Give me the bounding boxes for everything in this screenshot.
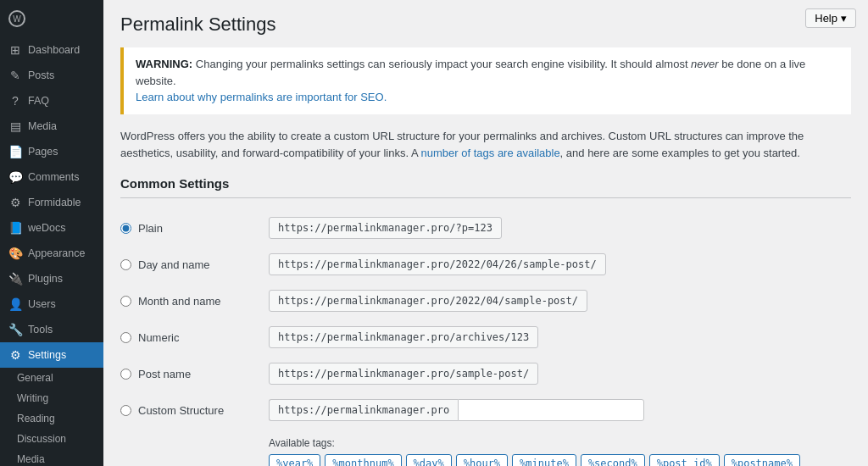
custom-input-row: https://permalinkmanager.pro: [269, 399, 851, 421]
sidebar-sub-media[interactable]: Media: [8, 449, 103, 466]
tag-button[interactable]: %year%: [269, 454, 320, 466]
plain-label: Plain: [120, 222, 269, 235]
day-name-label: Day and name: [120, 258, 269, 271]
pages-icon: 📄: [8, 145, 22, 158]
media-icon: ▤: [8, 119, 22, 133]
post-name-radio[interactable]: [120, 369, 131, 380]
comments-icon: 💬: [8, 170, 22, 184]
numeric-value: https://permalinkmanager.pro/archives/12…: [269, 326, 851, 348]
tag-button[interactable]: %monthnum%: [325, 454, 401, 466]
month-name-label-text[interactable]: Month and name: [138, 295, 221, 308]
plain-label-text[interactable]: Plain: [138, 222, 163, 235]
sidebar-item-faq[interactable]: ? FAQ: [0, 88, 103, 114]
sidebar-item-appearance[interactable]: 🎨 Appearance: [0, 241, 103, 266]
post-name-label: Post name: [120, 368, 269, 380]
warning-heading: WARNING:: [136, 58, 192, 70]
settings-icon: ⚙: [8, 348, 22, 362]
wedocs-icon: 📘: [8, 221, 22, 235]
sidebar-sub-general[interactable]: General: [8, 368, 103, 388]
numeric-label: Numeric: [120, 331, 269, 344]
permalink-option-day-name: Day and name https://permalinkmanager.pr…: [120, 247, 851, 283]
sidebar-item-comments[interactable]: 💬 Comments: [0, 164, 103, 190]
tag-button[interactable]: %day%: [406, 454, 452, 466]
tag-button[interactable]: %postname%: [724, 454, 800, 466]
permalink-option-month-name: Month and name https://permalinkmanager.…: [120, 283, 851, 319]
numeric-url: https://permalinkmanager.pro/archives/12…: [269, 326, 538, 348]
permalink-option-custom: Custom Structure https://permalinkmanage…: [120, 392, 851, 429]
sidebar-item-posts[interactable]: ✎ Posts: [0, 63, 103, 88]
users-icon: 👤: [8, 297, 22, 311]
numeric-label-text[interactable]: Numeric: [138, 331, 179, 344]
intro-link[interactable]: number of tags are available: [421, 147, 560, 159]
tag-button[interactable]: %post_id%: [649, 454, 720, 466]
dashboard-icon: ⊞: [8, 43, 22, 57]
chevron-down-icon: ▾: [841, 12, 847, 25]
warning-text1: Changing your permalinks settings can se…: [196, 58, 691, 70]
tags-label: Available tags:: [269, 437, 851, 449]
posts-icon: ✎: [8, 69, 22, 82]
custom-value: https://permalinkmanager.pro: [269, 399, 851, 421]
tags-container: %year%%monthnum%%day%%hour%%minute%%seco…: [269, 454, 851, 466]
day-name-url: https://permalinkmanager.pro/2022/04/26/…: [269, 253, 606, 275]
main-content: Help ▾ Permalink Settings WARNING: Chang…: [103, 0, 868, 466]
tag-button[interactable]: %minute%: [512, 454, 576, 466]
custom-structure-input[interactable]: [458, 399, 644, 421]
warning-never: never: [691, 58, 719, 70]
post-name-url: https://permalinkmanager.pro/sample-post…: [269, 363, 538, 385]
day-name-radio[interactable]: [120, 259, 131, 270]
sidebar-item-formidable[interactable]: ⚙ Formidable: [0, 190, 103, 215]
svg-text:W: W: [13, 14, 21, 24]
numeric-radio[interactable]: [120, 332, 131, 343]
section-title: Common Settings: [120, 176, 851, 198]
post-name-value: https://permalinkmanager.pro/sample-post…: [269, 363, 851, 385]
month-name-url: https://permalinkmanager.pro/2022/04/sam…: [269, 290, 587, 312]
sidebar-logo: W: [0, 0, 103, 37]
plain-radio[interactable]: [120, 223, 131, 234]
sidebar-item-pages[interactable]: 📄 Pages: [0, 139, 103, 164]
day-name-value: https://permalinkmanager.pro/2022/04/26/…: [269, 253, 851, 275]
appearance-icon: 🎨: [8, 247, 22, 260]
settings-submenu: General Writing Reading Discussion Media…: [0, 368, 103, 466]
plain-value: https://permalinkmanager.pro/?p=123: [269, 217, 851, 239]
sidebar-sub-discussion[interactable]: Discussion: [8, 429, 103, 449]
day-name-label-text[interactable]: Day and name: [138, 258, 210, 271]
page-title: Permalink Settings: [120, 14, 851, 36]
sidebar-sub-reading[interactable]: Reading: [8, 408, 103, 429]
available-tags-section: Available tags: %year%%monthnum%%day%%ho…: [120, 437, 851, 466]
permalink-option-numeric: Numeric https://permalinkmanager.pro/arc…: [120, 319, 851, 356]
month-name-radio[interactable]: [120, 296, 131, 307]
sidebar-item-wedocs[interactable]: 📘 weDocs: [0, 215, 103, 241]
common-settings-section: Common Settings Plain https://permalinkm…: [120, 176, 851, 466]
post-name-label-text[interactable]: Post name: [138, 368, 191, 380]
permalink-option-plain: Plain https://permalinkmanager.pro/?p=12…: [120, 210, 851, 247]
intro-text: WordPress offers you the ability to crea…: [120, 128, 851, 164]
help-button[interactable]: Help ▾: [805, 8, 856, 28]
sidebar-item-dashboard[interactable]: ⊞ Dashboard: [0, 37, 103, 63]
tools-icon: 🔧: [8, 323, 22, 336]
month-name-value: https://permalinkmanager.pro/2022/04/sam…: [269, 290, 851, 312]
sidebar-item-plugins[interactable]: 🔌 Plugins: [0, 266, 103, 291]
plugins-icon: 🔌: [8, 272, 22, 286]
sidebar-item-settings[interactable]: ⚙ Settings: [0, 342, 103, 368]
sidebar-sub-writing[interactable]: Writing: [8, 388, 103, 408]
warning-box: WARNING: Changing your permalinks settin…: [120, 47, 851, 114]
sidebar-item-media[interactable]: ▤ Media: [0, 114, 103, 139]
permalink-option-post-name: Post name https://permalinkmanager.pro/s…: [120, 356, 851, 392]
plain-url: https://permalinkmanager.pro/?p=123: [269, 217, 502, 239]
warning-link[interactable]: Learn about why permalinks are important…: [136, 91, 387, 103]
tag-button[interactable]: %second%: [581, 454, 645, 466]
custom-label-text[interactable]: Custom Structure: [138, 404, 224, 417]
formidable-icon: ⚙: [8, 196, 22, 209]
month-name-label: Month and name: [120, 295, 269, 308]
sidebar: W ⊞ Dashboard ✎ Posts ? FAQ ▤ Media 📄 Pa…: [0, 0, 103, 466]
custom-radio[interactable]: [120, 405, 131, 416]
custom-label: Custom Structure: [120, 404, 269, 417]
sidebar-item-tools[interactable]: 🔧 Tools: [0, 317, 103, 342]
custom-url-prefix: https://permalinkmanager.pro: [269, 399, 458, 421]
faq-icon: ?: [8, 94, 22, 108]
sidebar-item-users[interactable]: 👤 Users: [0, 291, 103, 317]
tag-button[interactable]: %hour%: [456, 454, 508, 466]
